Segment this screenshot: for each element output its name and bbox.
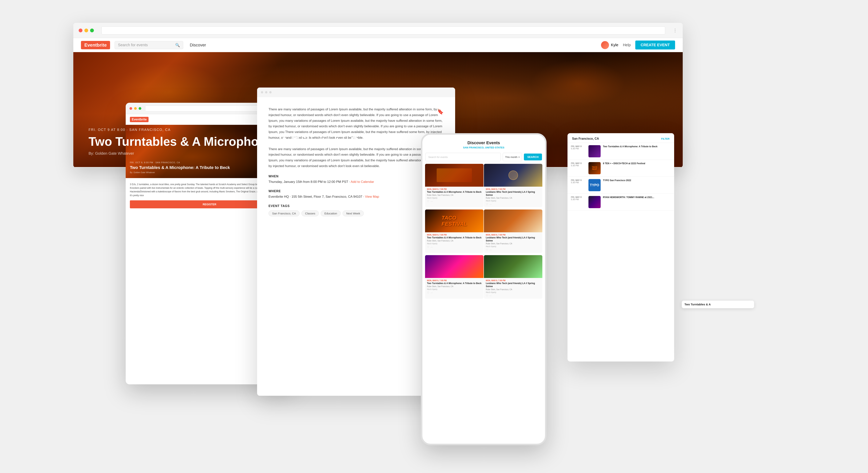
list-item-2-date: FRI, MAY 8	[571, 162, 586, 164]
more-icon-2[interactable]: ···	[489, 203, 492, 206]
minimize-button[interactable]	[84, 29, 88, 32]
event-card-3[interactable]: TACOFESTIVAL MON, MAR 8, 7:00 PM Two Tur…	[425, 209, 484, 253]
hero-content: FRI. OCT 9 AT 8:00 · SAN FRANCISCO, CA T…	[89, 128, 668, 156]
list-item-4-time: 5:30 PM	[571, 198, 586, 201]
eventbrite-header: Eventbrite Search for events 🔍 Discover …	[73, 38, 683, 52]
event-card-3-title: Two Turntables & A Microphone: A Tribute…	[427, 236, 482, 239]
heart-icon-3[interactable]: ♡	[427, 245, 429, 248]
bookmark-icon[interactable]: 🔖	[437, 108, 444, 115]
more-icon-6[interactable]: ···	[489, 294, 492, 297]
close-button[interactable]	[79, 29, 83, 32]
tablet-hero-meta: FRI. OCT 9, 8:00 PM · SAN FRANCISCO, CA	[130, 161, 289, 164]
hero-title: Two Turntables & A Microphone: A Tribute…	[89, 135, 668, 148]
mobile-events-grid: MON, MAR 8, 7:00 PM Two Turntables & A M…	[423, 163, 545, 301]
tag-next-week[interactable]: Next Week	[343, 210, 364, 216]
event-card-5-title: Two Turntables & A Microphone: A Tribute…	[427, 282, 482, 285]
event-card-3-actions: ♡ ···	[427, 245, 482, 248]
event-card-4-tags: #tech #party	[486, 245, 540, 247]
heart-icon-5[interactable]: ♡	[427, 291, 429, 294]
list-item-4[interactable]: FRI, MAY 8 5:30 PM RYAN HEMSWORTH: TOMMY…	[567, 194, 674, 211]
list-items: FRI, MAY 8 5:30 PM Two Turntables & A Mi…	[567, 143, 674, 360]
event-card-4-image	[484, 209, 542, 232]
tag-education[interactable]: Education	[321, 210, 341, 216]
when-value: Thursday, January 15th from 8:00 PM to 1…	[269, 180, 444, 184]
event-card-5-venue: Rube Stein, San Francisco, CA	[427, 285, 482, 288]
more-icon-3[interactable]: ···	[431, 245, 433, 248]
tags-label: EVENT TAGS	[269, 204, 444, 208]
list-item-3-title: TYPO San Francisco 2022	[603, 179, 631, 182]
list-item-4-meta: FRI, MAY 8 5:30 PM	[571, 196, 586, 201]
search-bar[interactable]: Search for events 🔍	[115, 41, 183, 49]
list-item-2-thumb: TACOFEST	[588, 162, 601, 174]
event-card-4-actions: ♡ ···	[486, 248, 540, 251]
avatar	[601, 41, 609, 49]
event-card-4-date: MON, MAR 8, 7:00 PM	[486, 234, 540, 236]
event-card-4[interactable]: MON, MAR 8, 7:00 PM Lesbians Who Tech (a…	[484, 209, 542, 253]
browser-chrome: ⋮	[73, 23, 683, 38]
event-card-6-tags: #tech #party	[486, 291, 540, 293]
event-card-3-date: MON, MAR 8, 7:00 PM	[427, 234, 482, 236]
list-item-3-time: 5:30 PM	[571, 181, 586, 183]
maximize-button[interactable]	[90, 29, 94, 32]
more-icon-5[interactable]: ···	[431, 291, 433, 294]
add-to-calendar-link[interactable]: Add to Calendar	[350, 180, 374, 183]
view-map-link[interactable]: View Map	[365, 195, 379, 198]
tablet-eventbrite-logo[interactable]: Eventbrite	[130, 117, 149, 122]
heart-icon-6[interactable]: ♡	[486, 294, 488, 297]
when-label: WHEN	[269, 175, 444, 178]
list-item-3[interactable]: FRI, MAY 8 5:30 PM TYPO TYPO San Francis…	[567, 177, 674, 194]
heart-icon-2[interactable]: ♡	[486, 203, 488, 206]
event-card-6[interactable]: MON, MAR 8, 7:00 PM Lesbians Who Tech (a…	[484, 255, 542, 299]
event-card-1-image	[425, 164, 484, 187]
event-card-6-actions: ♡ ···	[486, 294, 540, 297]
heart-icon-1[interactable]: ♡	[427, 200, 429, 203]
event-card-3-info: MON, MAR 8, 7:00 PM Two Turntables & A M…	[425, 232, 484, 250]
event-card-3-tags: #tech #party	[427, 243, 482, 245]
event-card-6-date: MON, MAR 8, 7:00 PM	[486, 279, 540, 281]
event-card-5[interactable]: MON, MAR 8, 7:00 PM Two Turntables & A M…	[425, 255, 484, 299]
create-event-button[interactable]: CREATE EVENT	[635, 40, 675, 49]
header-right: Kyle Help CREATE EVENT	[601, 40, 675, 49]
more-icon-4[interactable]: ···	[489, 248, 492, 251]
list-item-4-thumb	[588, 196, 601, 208]
tablet-maximize[interactable]	[138, 107, 141, 110]
tag-classes[interactable]: Classes	[302, 210, 319, 216]
event-tags: San Francisco, CA Classes Education Next…	[269, 210, 444, 216]
tablet-minimize[interactable]	[134, 107, 137, 110]
event-card-2-image	[484, 164, 542, 187]
heart-icon-4[interactable]: ♡	[486, 248, 488, 251]
user-menu[interactable]: Kyle	[601, 41, 618, 49]
tag-sf[interactable]: San Francisco, CA	[269, 210, 300, 216]
panel-dot-3	[269, 91, 272, 93]
list-item-2[interactable]: FRI, MAY 8 5:30 PM TACOFEST 8 TEN + • DI…	[567, 160, 674, 177]
discover-nav[interactable]: Discover	[190, 43, 206, 47]
event-card-1-actions: ♡ ···	[427, 200, 482, 203]
event-card-6-venue: Rube Stein, San Francisco, CA	[486, 289, 540, 291]
event-card-2-venue: Rube Stein, San Francisco, CA	[486, 197, 540, 199]
tablet-close[interactable]	[129, 107, 132, 110]
event-card-4-info: MON, MAR 8, 7:00 PM Lesbians Who Tech (a…	[484, 232, 542, 253]
panel-top-bar	[257, 88, 455, 97]
list-item-3-text: TYPO San Francisco 2022	[603, 179, 631, 182]
event-card-6-title: Lesbians Who Tech (and friends) LA // Sp…	[486, 282, 540, 288]
event-card-4-title: Lesbians Who Tech (and friends) LA // Sp…	[486, 236, 540, 242]
tablet-hero-by: By: Golden Gate Whatever	[130, 171, 289, 173]
hero-meta: FRI. OCT 9 AT 8:00 · SAN FRANCISCO, CA	[89, 128, 668, 132]
event-card-2[interactable]: MON, MAR 8, 7:00 PM Lesbians Who Tech (a…	[484, 164, 542, 207]
list-item-4-text: RYAN HEMSWORTH: TOMMY RAWNE at 2321...	[603, 196, 654, 199]
browser-menu-icon[interactable]: ⋮	[673, 28, 677, 33]
chevron-down-icon: ▾	[519, 156, 520, 158]
two-turntables-card[interactable]: Two Turntables & A	[682, 301, 754, 308]
search-icon: 🔍	[175, 43, 180, 47]
list-item-3-thumb: TYPO	[588, 179, 601, 191]
eventbrite-logo[interactable]: Eventbrite	[81, 41, 110, 49]
event-card-1[interactable]: MON, MAR 8, 7:00 PM Two Turntables & A M…	[425, 164, 484, 207]
more-icon-1[interactable]: ···	[431, 200, 433, 203]
list-item-3-date: FRI, MAY 8	[571, 179, 586, 181]
address-bar[interactable]	[101, 27, 665, 34]
panel-dot-2	[265, 91, 267, 93]
event-card-2-info: MON, MAR 8, 7:00 PM Lesbians Who Tech (a…	[484, 187, 542, 207]
help-link[interactable]: Help	[623, 43, 631, 47]
list-item-2-text: 8 TEN + • DISCO•TECH at 2222 Festival	[603, 162, 645, 165]
traffic-lights	[79, 29, 94, 32]
